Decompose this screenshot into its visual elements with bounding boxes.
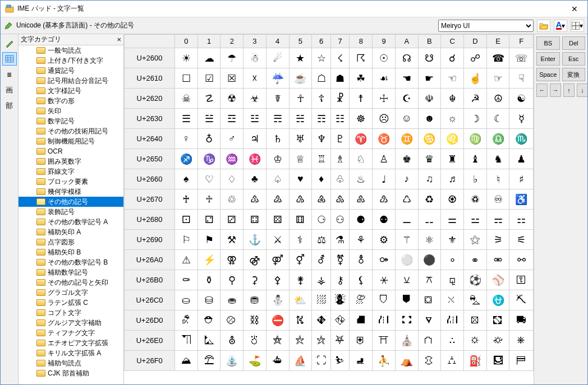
char-cell[interactable]: ⚬ <box>441 250 464 270</box>
char-cell[interactable]: ⚌ <box>441 210 464 230</box>
char-cell[interactable]: ⛺ <box>395 351 418 371</box>
char-cell[interactable]: ♠ <box>175 169 198 189</box>
char-cell[interactable]: ☦ <box>312 89 331 109</box>
char-cell[interactable]: ⚊ <box>395 210 418 230</box>
tree-item[interactable]: グルジア文字補助 <box>19 318 123 328</box>
char-cell[interactable]: ⛲ <box>220 351 244 371</box>
char-cell[interactable]: ⚞ <box>486 230 509 250</box>
char-cell[interactable]: ♲ <box>220 189 244 210</box>
char-cell[interactable]: ♼ <box>441 189 464 210</box>
tree-item[interactable]: 補助矢印 A <box>19 227 123 237</box>
char-cell[interactable]: ⛠ <box>175 331 198 351</box>
char-cell[interactable]: ⛢ <box>220 331 244 351</box>
char-cell[interactable]: ⚏ <box>509 210 534 230</box>
char-cell[interactable]: ⛭ <box>463 331 486 351</box>
char-cell[interactable]: ♂ <box>220 129 244 149</box>
char-cell[interactable]: ⚝ <box>463 230 486 250</box>
char-cell[interactable]: ⚎ <box>486 210 509 230</box>
char-cell[interactable]: ♯ <box>509 169 534 189</box>
char-cell[interactable]: ⚿ <box>509 270 534 290</box>
char-cell[interactable]: ⚷ <box>330 270 350 290</box>
char-cell[interactable]: ⛃ <box>244 290 267 310</box>
char-cell[interactable]: ♦ <box>312 169 331 189</box>
char-cell[interactable]: ☫ <box>418 89 441 109</box>
char-cell[interactable]: ♆ <box>312 129 331 149</box>
char-cell[interactable]: ♙ <box>373 149 396 169</box>
tree-item[interactable]: 幾何学模様 <box>19 187 123 197</box>
char-cell[interactable]: ⚆ <box>312 210 331 230</box>
char-cell[interactable]: ♤ <box>266 169 289 189</box>
char-cell[interactable]: ♢ <box>220 169 244 189</box>
char-cell[interactable]: ☨ <box>350 89 373 109</box>
char-cell[interactable]: ★ <box>289 48 312 68</box>
char-cell[interactable]: ☗ <box>330 68 350 89</box>
char-cell[interactable]: ⛜ <box>441 310 464 331</box>
char-cell[interactable]: ♨ <box>350 169 373 189</box>
char-cell[interactable]: ☃ <box>244 48 267 68</box>
tree-item[interactable]: 数学記号 <box>19 116 123 126</box>
char-cell[interactable]: ☼ <box>441 109 464 129</box>
char-cell[interactable]: ⛦ <box>312 331 331 351</box>
char-cell[interactable]: ♑ <box>197 149 220 169</box>
char-cell[interactable]: ♾ <box>486 189 509 210</box>
char-cell[interactable]: ☡ <box>197 89 220 109</box>
char-cell[interactable]: ☐ <box>175 68 198 89</box>
char-cell[interactable]: ♟ <box>509 149 534 169</box>
char-cell[interactable]: ☭ <box>463 89 486 109</box>
char-cell[interactable]: ⛨ <box>350 331 373 351</box>
char-cell[interactable]: ☧ <box>330 89 350 109</box>
char-cell[interactable]: ☶ <box>312 109 331 129</box>
char-cell[interactable]: ☍ <box>463 48 486 68</box>
category-dropdown[interactable]: Unicode (基本多言語面) - その他の記号 <box>16 21 134 30</box>
char-cell[interactable]: ☯ <box>509 89 534 109</box>
char-cell[interactable]: ☝ <box>463 68 486 89</box>
char-cell[interactable]: ♍ <box>463 129 486 149</box>
char-cell[interactable]: ♶ <box>312 189 331 210</box>
char-cell[interactable]: ⛚ <box>395 310 418 331</box>
char-cell[interactable]: ♌ <box>441 129 464 149</box>
char-cell[interactable]: ⚡ <box>197 250 220 270</box>
char-cell[interactable]: ⛳ <box>244 351 267 371</box>
char-cell[interactable]: ☙ <box>373 68 396 89</box>
open-folder-button[interactable] <box>537 20 550 32</box>
char-cell[interactable]: ⚁ <box>197 210 220 230</box>
tree-item[interactable]: CJK 部首補助 <box>19 368 123 378</box>
char-cell[interactable]: ☾ <box>486 109 509 129</box>
char-cell[interactable]: ♹ <box>373 189 396 210</box>
char-cell[interactable]: ☴ <box>266 109 289 129</box>
tree-item[interactable]: 補助句読点 <box>19 358 123 368</box>
char-cell[interactable]: ⛓ <box>244 310 267 331</box>
char-cell[interactable]: ⚺ <box>395 270 418 290</box>
char-cell[interactable]: ♁ <box>197 129 220 149</box>
char-cell[interactable]: ⛆ <box>312 290 331 310</box>
char-cell[interactable]: ⚒ <box>220 230 244 250</box>
char-cell[interactable]: ♻ <box>418 189 441 210</box>
char-cell[interactable]: ☩ <box>373 89 396 109</box>
char-cell[interactable]: ⛿ <box>509 351 534 371</box>
char-cell[interactable]: ☪ <box>395 89 418 109</box>
char-cell[interactable]: ⚩ <box>373 250 396 270</box>
char-cell[interactable]: ⚟ <box>509 230 534 250</box>
tree-item[interactable]: 罫線文字 <box>19 166 123 177</box>
char-cell[interactable]: ☸ <box>350 109 373 129</box>
char-cell[interactable]: ⛬ <box>441 331 464 351</box>
char-cell[interactable]: ♖ <box>312 149 331 169</box>
char-cell[interactable]: ⚅ <box>289 210 312 230</box>
tree-item[interactable]: 通貨記号 <box>19 66 123 76</box>
char-cell[interactable]: ⛂ <box>220 290 244 310</box>
char-cell[interactable]: ☹ <box>373 109 396 129</box>
char-cell[interactable]: ⛌ <box>441 290 464 310</box>
char-cell[interactable]: ⛽ <box>463 351 486 371</box>
char-cell[interactable]: ♗ <box>330 149 350 169</box>
char-cell[interactable]: ⚭ <box>463 250 486 270</box>
char-cell[interactable]: ⛊ <box>395 290 418 310</box>
char-cell[interactable]: ☕ <box>289 68 312 89</box>
tree-item[interactable]: その他の記号と矢印 <box>19 277 123 287</box>
char-cell[interactable]: ☊ <box>395 48 418 68</box>
char-cell[interactable]: ⛤ <box>266 331 289 351</box>
up-button[interactable]: ↑ <box>563 84 575 97</box>
char-cell[interactable]: ⚈ <box>350 210 373 230</box>
char-cell[interactable]: ⛟ <box>509 310 534 331</box>
char-cell[interactable]: ♎ <box>486 129 509 149</box>
char-cell[interactable]: ⚥ <box>289 250 312 270</box>
